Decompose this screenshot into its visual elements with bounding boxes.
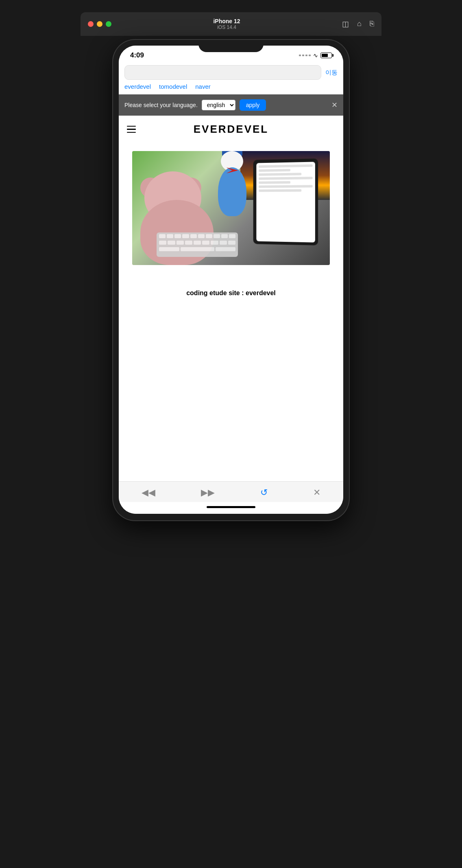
status-time: 4:09 (130, 51, 144, 59)
home-bar (207, 506, 255, 508)
device-os: iOS 14.4 (213, 24, 240, 30)
language-select[interactable]: english korean (202, 100, 235, 110)
web-content: EVERDEVEL (119, 116, 343, 481)
keyboard-row-3 (157, 245, 238, 252)
battery-icon (320, 53, 332, 58)
device-name: iPhone 12 (213, 18, 240, 24)
tablet-content (256, 162, 315, 242)
iphone-frame: 4:09 ∿ 이동 (113, 40, 349, 520)
tab-tomodevel[interactable]: tomodevel (159, 83, 187, 90)
hero-background (132, 151, 330, 265)
site-header: EVERDEVEL (119, 116, 343, 143)
hero-image (132, 151, 330, 265)
close-banner-button[interactable]: ✕ (331, 101, 338, 110)
hamburger-line-1 (127, 126, 136, 127)
keyboard-device (157, 232, 238, 257)
tablet-device (253, 158, 318, 245)
camera-icon[interactable]: ◫ (342, 20, 349, 28)
hamburger-line-3 (127, 132, 136, 133)
outer-wrapper: iPhone 12 iOS 14.4 ◫ ⌂ ⎘ 4:09 (81, 12, 381, 533)
language-banner: Please select your language. english kor… (119, 94, 343, 116)
notch (198, 40, 264, 52)
signal-icon (299, 55, 311, 56)
browser-chrome: 이동 everdevel tomodevel naver (119, 62, 343, 94)
browser-close-button[interactable]: ✕ (305, 487, 329, 498)
hamburger-menu-icon[interactable] (127, 126, 136, 133)
wifi-icon: ∿ (313, 52, 318, 59)
browser-back-button[interactable]: ◀◀ (133, 487, 163, 498)
browser-reload-button[interactable]: ↺ (252, 487, 276, 498)
home-icon[interactable]: ⌂ (357, 20, 362, 28)
iphone-screen: 4:09 ∿ 이동 (119, 46, 343, 514)
tab-row: everdevel tomodevel naver (124, 83, 338, 90)
browser-bottom-nav: ◀◀ ▶▶ ↺ ✕ (119, 481, 343, 502)
nav-goto-button[interactable]: 이동 (325, 69, 338, 77)
keyboard-row-1 (157, 232, 238, 239)
site-tagline: coding etude site : everdevel (178, 273, 284, 321)
home-indicator (119, 502, 343, 514)
mac-titlebar: iPhone 12 iOS 14.4 ◫ ⌂ ⎘ (81, 12, 381, 36)
keyboard-row-2 (157, 239, 238, 245)
close-dot[interactable] (88, 21, 94, 27)
status-icons: ∿ (299, 52, 332, 59)
hero-image-wrapper (132, 151, 330, 265)
maximize-dot[interactable] (106, 21, 111, 27)
apply-button[interactable]: apply (240, 99, 266, 111)
address-bar-row: 이동 (124, 65, 338, 80)
minimize-dot[interactable] (97, 21, 102, 27)
tablet-screen (256, 162, 315, 242)
lang-prompt: Please select your language. (124, 102, 198, 108)
mac-toolbar-icons: ◫ ⌂ ⎘ (342, 20, 374, 28)
address-bar[interactable] (124, 65, 321, 80)
tab-everdevel[interactable]: everdevel (124, 83, 151, 90)
tab-naver[interactable]: naver (195, 83, 211, 90)
site-title: EVERDEVEL (136, 123, 326, 136)
share-icon[interactable]: ⎘ (370, 20, 374, 28)
browser-forward-button[interactable]: ▶▶ (193, 487, 223, 498)
mac-window-controls (88, 21, 111, 27)
hamburger-line-2 (127, 129, 136, 130)
device-info: iPhone 12 iOS 14.4 (213, 18, 240, 30)
